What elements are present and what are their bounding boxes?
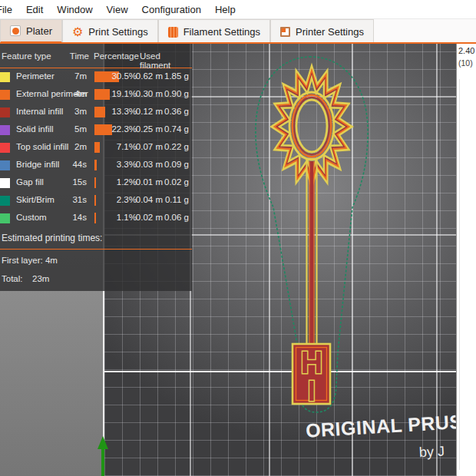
feature-time: 3m <box>66 107 87 116</box>
table-row: External perimeter4m19.1%0.30 m0.90 g <box>0 86 192 104</box>
feature-percentage: 1.1% <box>106 213 137 222</box>
first-layer-label: First layer: <box>2 256 43 265</box>
feature-percentage: 1.2% <box>106 177 137 187</box>
feature-label: Perimeter <box>16 71 55 81</box>
tab-filament-settings[interactable]: Filament Settings <box>158 19 270 44</box>
table-row: Custom14s1.1%0.02 m0.06 g <box>0 210 192 227</box>
printer-icon <box>280 27 290 37</box>
feature-percentage: 3.3% <box>106 160 137 169</box>
tab-print-settings-label: Print Settings <box>88 26 147 38</box>
col-time: Time <box>68 51 89 61</box>
feature-percentage: 13.3% <box>106 107 137 116</box>
tab-bar: Plater ⚙ Print Settings Filament Setting… <box>0 19 476 44</box>
feature-color-swatch <box>0 213 10 223</box>
menu-item-help[interactable]: Help <box>215 4 236 15</box>
table-row: Gap fill15s1.2%0.01 m0.02 g <box>0 174 192 192</box>
table-row: Bridge infill44s3.3%0.03 m0.09 g <box>0 157 192 174</box>
feature-time: 15s <box>66 177 87 187</box>
feature-color-swatch <box>0 196 10 206</box>
percentage-bar <box>94 213 96 223</box>
tab-plater-label: Plater <box>26 25 52 37</box>
filament-spool-icon <box>168 27 178 38</box>
table-row: Skirt/Brim31s2.3%0.04 m0.11 g <box>0 192 192 210</box>
feature-percentage: 22.3% <box>106 124 137 134</box>
feature-color-swatch <box>0 125 10 135</box>
gear-icon: ⚙ <box>72 27 83 38</box>
bed-gridline <box>352 44 353 476</box>
feature-percentage: 2.3% <box>106 195 137 204</box>
y-axis-arrow <box>98 436 108 476</box>
filament-weight: 0.02 g <box>163 177 189 187</box>
tab-plater[interactable]: Plater <box>0 19 62 44</box>
menu-bar: File Edit Window View Configuration Help <box>0 0 476 19</box>
feature-label: Custom <box>16 213 47 222</box>
estimated-times-title: Estimated printing times: <box>2 233 102 243</box>
legend-panel: Feature type Time Percentage Used filame… <box>0 44 192 291</box>
layer-z-height: 2.40 <box>458 46 476 55</box>
layer-slider[interactable]: 2.40 (10) <box>456 44 476 476</box>
divider <box>0 249 192 250</box>
legend-rows: Perimeter7m30.5%0.62 m1.85 gExternal per… <box>0 68 192 227</box>
feature-label: Bridge infill <box>16 160 59 169</box>
filament-length: 0.04 m <box>135 195 163 204</box>
filament-weight: 0.74 g <box>163 124 189 134</box>
filament-weight: 0.06 g <box>163 213 189 222</box>
feature-color-swatch <box>0 107 10 117</box>
feature-time: 31s <box>66 195 87 204</box>
feature-time: 44s <box>66 160 87 169</box>
filament-weight: 0.09 g <box>163 160 189 169</box>
filament-weight: 1.85 g <box>163 71 189 81</box>
feature-percentage: 19.1% <box>106 89 137 98</box>
filament-length: 0.02 m <box>135 213 163 222</box>
menu-item-view[interactable]: View <box>107 4 128 15</box>
tab-printer-settings[interactable]: Printer Settings <box>270 19 374 44</box>
feature-percentage: 7.1% <box>106 142 137 151</box>
layer-number: (10) <box>458 58 476 68</box>
feature-time: 2m <box>66 142 87 151</box>
filament-weight: 0.36 g <box>163 107 189 116</box>
tab-printer-settings-label: Printer Settings <box>296 26 364 38</box>
filament-length: 0.25 m <box>135 124 163 134</box>
feature-time: 14s <box>66 213 87 222</box>
filament-length: 0.62 m <box>135 71 163 81</box>
filament-length: 0.03 m <box>135 160 163 169</box>
table-row: Top solid infill2m7.1%0.07 m0.22 g <box>0 139 192 157</box>
bed-gridline <box>104 371 456 372</box>
menu-item-window[interactable]: Window <box>57 4 92 15</box>
feature-color-swatch <box>0 160 10 170</box>
feature-color-swatch <box>0 143 10 153</box>
filament-weight: 0.11 g <box>163 195 189 204</box>
filament-length: 0.30 m <box>135 89 163 98</box>
col-used-filament: Used filament <box>140 51 192 70</box>
feature-label: Internal infill <box>16 107 63 116</box>
menu-item-edit[interactable]: Edit <box>26 4 43 15</box>
percentage-bar <box>94 195 96 206</box>
bed-byline-text: by J <box>418 443 456 461</box>
slider-groove[interactable] <box>459 79 460 470</box>
feature-label: Solid infill <box>16 124 54 134</box>
feature-color-swatch <box>0 72 10 82</box>
table-row: Internal infill3m13.3%0.12 m0.36 g <box>0 104 192 121</box>
feature-color-swatch <box>0 178 10 188</box>
percentage-bar <box>94 177 96 188</box>
filament-weight: 0.22 g <box>163 142 189 151</box>
total-time-value: 23m <box>32 274 49 283</box>
filament-length: 0.01 m <box>135 177 163 187</box>
menu-item-file[interactable]: File <box>0 4 12 15</box>
tab-filament-settings-label: Filament Settings <box>183 26 260 38</box>
feature-time: 5m <box>66 124 87 134</box>
filament-length: 0.12 m <box>135 107 163 116</box>
total-time-label: Total: <box>2 274 23 283</box>
percentage-bar <box>94 160 97 170</box>
3d-viewport[interactable]: ORIGINAL PRUSA by J H I Feature type Tim… <box>0 44 476 476</box>
feature-percentage: 30.5% <box>106 71 137 81</box>
tab-print-settings[interactable]: ⚙ Print Settings <box>62 19 158 44</box>
legend-header: Feature type Time Percentage Used filame… <box>0 44 192 68</box>
filament-length: 0.07 m <box>135 142 163 151</box>
filament-weight: 0.90 g <box>163 89 189 98</box>
col-feature-type: Feature type <box>2 51 51 61</box>
feature-time: 7m <box>66 71 87 81</box>
table-row: Solid infill5m22.3%0.25 m0.74 g <box>0 121 192 139</box>
first-layer-value: 4m <box>45 256 58 265</box>
menu-item-configuration[interactable]: Configuration <box>142 4 201 15</box>
